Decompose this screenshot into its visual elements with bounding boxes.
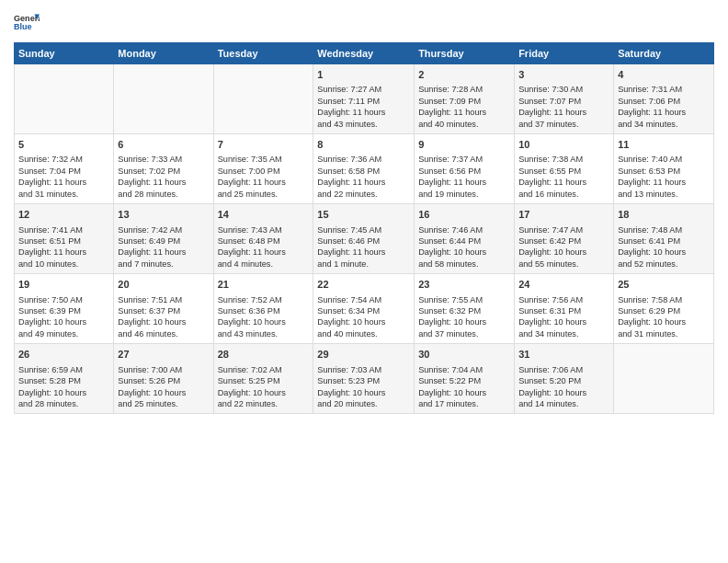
day-number: 27 <box>118 348 209 362</box>
calendar-cell <box>213 64 313 134</box>
day-info: Sunrise: 7:36 AM Sunset: 6:58 PM Dayligh… <box>317 154 410 200</box>
day-number: 9 <box>418 138 510 152</box>
day-info: Sunrise: 7:28 AM Sunset: 7:09 PM Dayligh… <box>418 84 510 130</box>
day-info: Sunrise: 7:37 AM Sunset: 6:56 PM Dayligh… <box>418 154 510 200</box>
calendar-cell <box>114 64 213 134</box>
calendar-cell: 22Sunrise: 7:54 AM Sunset: 6:34 PM Dayli… <box>313 274 415 344</box>
logo-icon: General Blue <box>14 9 40 35</box>
day-info: Sunrise: 7:58 AM Sunset: 6:29 PM Dayligh… <box>618 294 710 340</box>
calendar-week-1: 1Sunrise: 7:27 AM Sunset: 7:11 PM Daylig… <box>15 64 714 134</box>
day-info: Sunrise: 7:00 AM Sunset: 5:26 PM Dayligh… <box>118 364 209 410</box>
day-number: 3 <box>518 68 609 82</box>
calendar-cell: 17Sunrise: 7:47 AM Sunset: 6:42 PM Dayli… <box>515 204 614 274</box>
svg-text:Blue: Blue <box>14 22 32 31</box>
day-number: 23 <box>418 278 510 292</box>
day-number: 28 <box>218 348 310 362</box>
day-number: 17 <box>518 208 609 222</box>
page-header: General Blue <box>14 9 714 35</box>
day-number: 18 <box>618 208 710 222</box>
day-number: 6 <box>118 138 209 152</box>
calendar-table: SundayMondayTuesdayWednesdayThursdayFrid… <box>14 42 714 414</box>
day-info: Sunrise: 7:38 AM Sunset: 6:55 PM Dayligh… <box>518 154 609 200</box>
day-header-sunday: Sunday <box>15 43 114 64</box>
calendar-cell <box>614 344 714 414</box>
day-number: 7 <box>218 138 310 152</box>
day-info: Sunrise: 7:56 AM Sunset: 6:31 PM Dayligh… <box>518 294 609 340</box>
day-info: Sunrise: 7:04 AM Sunset: 5:22 PM Dayligh… <box>418 364 510 410</box>
day-number: 21 <box>218 278 310 292</box>
day-number: 19 <box>18 278 109 292</box>
day-number: 24 <box>518 278 609 292</box>
day-info: Sunrise: 7:45 AM Sunset: 6:46 PM Dayligh… <box>317 224 410 270</box>
day-number: 13 <box>118 208 209 222</box>
calendar-cell: 12Sunrise: 7:41 AM Sunset: 6:51 PM Dayli… <box>15 204 114 274</box>
calendar-cell: 7Sunrise: 7:35 AM Sunset: 7:00 PM Daylig… <box>213 134 313 204</box>
day-number: 12 <box>18 208 109 222</box>
calendar-cell: 9Sunrise: 7:37 AM Sunset: 6:56 PM Daylig… <box>415 134 515 204</box>
calendar-cell: 4Sunrise: 7:31 AM Sunset: 7:06 PM Daylig… <box>614 64 714 134</box>
calendar-header-row: SundayMondayTuesdayWednesdayThursdayFrid… <box>15 43 714 64</box>
day-info: Sunrise: 7:30 AM Sunset: 7:07 PM Dayligh… <box>518 84 609 130</box>
calendar-week-5: 26Sunrise: 6:59 AM Sunset: 5:28 PM Dayli… <box>15 344 714 414</box>
day-number: 1 <box>317 68 410 82</box>
day-number: 29 <box>317 348 410 362</box>
day-header-friday: Friday <box>515 43 614 64</box>
calendar-cell: 29Sunrise: 7:03 AM Sunset: 5:23 PM Dayli… <box>313 344 415 414</box>
day-number: 26 <box>18 348 109 362</box>
day-info: Sunrise: 7:42 AM Sunset: 6:49 PM Dayligh… <box>118 224 209 270</box>
day-info: Sunrise: 7:40 AM Sunset: 6:53 PM Dayligh… <box>618 154 710 200</box>
day-number: 8 <box>317 138 410 152</box>
calendar-cell: 11Sunrise: 7:40 AM Sunset: 6:53 PM Dayli… <box>614 134 714 204</box>
day-number: 5 <box>18 138 109 152</box>
calendar-cell: 26Sunrise: 6:59 AM Sunset: 5:28 PM Dayli… <box>15 344 114 414</box>
day-info: Sunrise: 7:47 AM Sunset: 6:42 PM Dayligh… <box>518 224 609 270</box>
calendar-cell: 3Sunrise: 7:30 AM Sunset: 7:07 PM Daylig… <box>515 64 614 134</box>
calendar-cell: 10Sunrise: 7:38 AM Sunset: 6:55 PM Dayli… <box>515 134 614 204</box>
calendar-cell: 8Sunrise: 7:36 AM Sunset: 6:58 PM Daylig… <box>313 134 415 204</box>
day-info: Sunrise: 7:06 AM Sunset: 5:20 PM Dayligh… <box>518 364 609 410</box>
day-number: 15 <box>317 208 410 222</box>
calendar-week-3: 12Sunrise: 7:41 AM Sunset: 6:51 PM Dayli… <box>15 204 714 274</box>
day-number: 16 <box>418 208 510 222</box>
calendar-week-2: 5Sunrise: 7:32 AM Sunset: 7:04 PM Daylig… <box>15 134 714 204</box>
calendar-cell: 30Sunrise: 7:04 AM Sunset: 5:22 PM Dayli… <box>415 344 515 414</box>
day-header-saturday: Saturday <box>614 43 714 64</box>
calendar-cell: 16Sunrise: 7:46 AM Sunset: 6:44 PM Dayli… <box>415 204 515 274</box>
day-info: Sunrise: 7:46 AM Sunset: 6:44 PM Dayligh… <box>418 224 510 270</box>
calendar-cell: 21Sunrise: 7:52 AM Sunset: 6:36 PM Dayli… <box>213 274 313 344</box>
calendar-week-4: 19Sunrise: 7:50 AM Sunset: 6:39 PM Dayli… <box>15 274 714 344</box>
day-header-wednesday: Wednesday <box>313 43 415 64</box>
day-header-thursday: Thursday <box>415 43 515 64</box>
day-number: 4 <box>618 68 710 82</box>
day-number: 11 <box>618 138 710 152</box>
calendar-cell: 23Sunrise: 7:55 AM Sunset: 6:32 PM Dayli… <box>415 274 515 344</box>
day-number: 2 <box>418 68 510 82</box>
calendar-cell: 1Sunrise: 7:27 AM Sunset: 7:11 PM Daylig… <box>313 64 415 134</box>
day-number: 10 <box>518 138 609 152</box>
day-header-tuesday: Tuesday <box>213 43 313 64</box>
day-info: Sunrise: 7:27 AM Sunset: 7:11 PM Dayligh… <box>317 84 410 130</box>
day-info: Sunrise: 7:51 AM Sunset: 6:37 PM Dayligh… <box>118 294 209 340</box>
calendar-cell: 13Sunrise: 7:42 AM Sunset: 6:49 PM Dayli… <box>114 204 213 274</box>
calendar-cell: 25Sunrise: 7:58 AM Sunset: 6:29 PM Dayli… <box>614 274 714 344</box>
day-header-monday: Monday <box>114 43 213 64</box>
calendar-cell: 5Sunrise: 7:32 AM Sunset: 7:04 PM Daylig… <box>15 134 114 204</box>
calendar-cell: 19Sunrise: 7:50 AM Sunset: 6:39 PM Dayli… <box>15 274 114 344</box>
day-info: Sunrise: 7:54 AM Sunset: 6:34 PM Dayligh… <box>317 294 410 340</box>
calendar-cell: 15Sunrise: 7:45 AM Sunset: 6:46 PM Dayli… <box>313 204 415 274</box>
calendar-cell: 18Sunrise: 7:48 AM Sunset: 6:41 PM Dayli… <box>614 204 714 274</box>
day-info: Sunrise: 6:59 AM Sunset: 5:28 PM Dayligh… <box>18 364 109 410</box>
day-info: Sunrise: 7:03 AM Sunset: 5:23 PM Dayligh… <box>317 364 410 410</box>
day-info: Sunrise: 7:33 AM Sunset: 7:02 PM Dayligh… <box>118 154 209 200</box>
day-info: Sunrise: 7:02 AM Sunset: 5:25 PM Dayligh… <box>218 364 310 410</box>
day-info: Sunrise: 7:50 AM Sunset: 6:39 PM Dayligh… <box>18 294 109 340</box>
day-number: 20 <box>118 278 209 292</box>
calendar-cell: 6Sunrise: 7:33 AM Sunset: 7:02 PM Daylig… <box>114 134 213 204</box>
day-number: 14 <box>218 208 310 222</box>
logo: General Blue <box>14 9 43 35</box>
day-info: Sunrise: 7:55 AM Sunset: 6:32 PM Dayligh… <box>418 294 510 340</box>
day-info: Sunrise: 7:48 AM Sunset: 6:41 PM Dayligh… <box>618 224 710 270</box>
calendar-cell: 14Sunrise: 7:43 AM Sunset: 6:48 PM Dayli… <box>213 204 313 274</box>
day-number: 30 <box>418 348 510 362</box>
day-number: 25 <box>618 278 710 292</box>
